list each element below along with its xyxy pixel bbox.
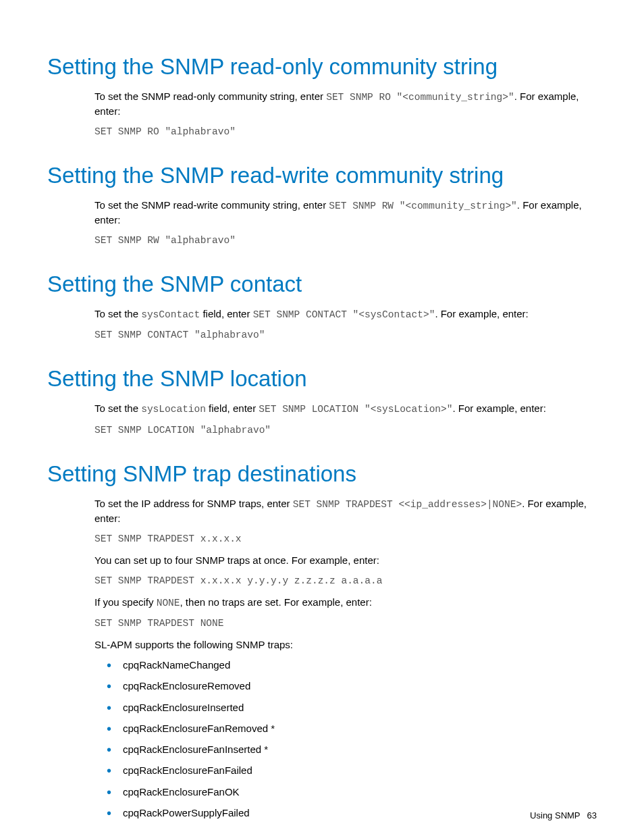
text: To set the <box>95 308 141 319</box>
text: , then no traps are set. For example, en… <box>180 596 372 608</box>
para: You can set up to four SNMP traps at onc… <box>95 554 597 567</box>
text: If you specify <box>95 596 157 608</box>
body-snmp-rw: To set the SNMP read-write community str… <box>95 199 597 249</box>
para: To set the IP address for SNMP traps, en… <box>95 497 597 525</box>
para: SL-APM supports the following SNMP traps… <box>95 638 597 652</box>
code-block: SET SNMP CONTACT "alphabravo" <box>95 328 597 343</box>
inline-code: SET SNMP LOCATION "<sysLocation>" <box>259 404 452 415</box>
list-item: cpqRackPowerSupplyFailed <box>95 806 597 820</box>
body-snmp-location: To set the sysLocation field, enter SET … <box>95 402 597 438</box>
page-footer: Using SNMP63 <box>530 810 597 820</box>
code-block: SET SNMP TRAPDEST NONE <box>95 617 597 631</box>
list-item: cpqRackEnclosureFanRemoved * <box>95 722 597 735</box>
text: field, enter <box>200 308 252 319</box>
body-snmp-ro: To set the SNMP read-only community stri… <box>95 90 597 140</box>
list-item: cpqRackEnclosureFanOK <box>95 785 597 799</box>
list-item: cpqRackEnclosureFanFailed <box>95 764 597 777</box>
heading-snmp-trapdest: Setting SNMP trap destinations <box>47 460 597 488</box>
body-snmp-trapdest: To set the IP address for SNMP traps, en… <box>95 497 597 820</box>
code-block: SET SNMP TRAPDEST x.x.x.x y.y.y.y z.z.z.… <box>95 574 597 589</box>
text: To set the <box>95 402 141 414</box>
list-item: cpqRackEnclosureFanInserted * <box>95 743 597 756</box>
inline-code: SET SNMP TRAPDEST <<ip_addresses>|NONE> <box>293 499 522 510</box>
para: If you specify NONE, then no traps are s… <box>95 596 597 610</box>
list-item: cpqRackEnclosureRemoved <box>95 679 597 693</box>
footer-page-number: 63 <box>587 810 597 820</box>
trap-list: cpqRackNameChanged cpqRackEnclosureRemov… <box>95 658 597 820</box>
para: To set the sysContact field, enter SET S… <box>95 307 597 322</box>
heading-snmp-rw: Setting the SNMP read-write community st… <box>47 161 597 189</box>
body-snmp-contact: To set the sysContact field, enter SET S… <box>95 307 597 343</box>
inline-code: NONE <box>157 598 180 608</box>
para: To set the SNMP read-write community str… <box>95 199 597 227</box>
inline-code: SET SNMP CONTACT "<sysContact>" <box>253 309 435 320</box>
para: To set the sysLocation field, enter SET … <box>95 402 597 417</box>
document-page: Setting the SNMP read-only community str… <box>0 0 644 834</box>
text: field, enter <box>206 402 259 414</box>
text: . For example, enter: <box>452 402 545 414</box>
list-item: cpqRackEnclosureInserted <box>95 701 597 714</box>
list-item: cpqRackNameChanged <box>95 658 597 672</box>
text: . For example, enter: <box>435 308 528 319</box>
code-block: SET SNMP RO "alphabravo" <box>95 125 597 140</box>
text: To set the SNMP read-write community str… <box>95 199 329 211</box>
footer-text: Using SNMP <box>530 810 580 820</box>
code-block: SET SNMP RW "alphabravo" <box>95 234 597 249</box>
code-block: SET SNMP TRAPDEST x.x.x.x <box>95 532 597 547</box>
text: To set the IP address for SNMP traps, en… <box>95 498 293 509</box>
para: To set the SNMP read-only community stri… <box>95 90 597 118</box>
inline-code: SET SNMP RW "<community_string>" <box>329 201 516 211</box>
inline-code: sysContact <box>141 309 200 320</box>
inline-code: sysLocation <box>141 404 206 415</box>
code-block: SET SNMP LOCATION "alphabravo" <box>95 423 597 438</box>
heading-snmp-ro: Setting the SNMP read-only community str… <box>47 53 597 80</box>
heading-snmp-location: Setting the SNMP location <box>47 365 597 392</box>
heading-snmp-contact: Setting the SNMP contact <box>47 270 597 298</box>
inline-code: SET SNMP RO "<community_string>" <box>326 92 514 103</box>
text: To set the SNMP read-only community stri… <box>95 90 326 102</box>
